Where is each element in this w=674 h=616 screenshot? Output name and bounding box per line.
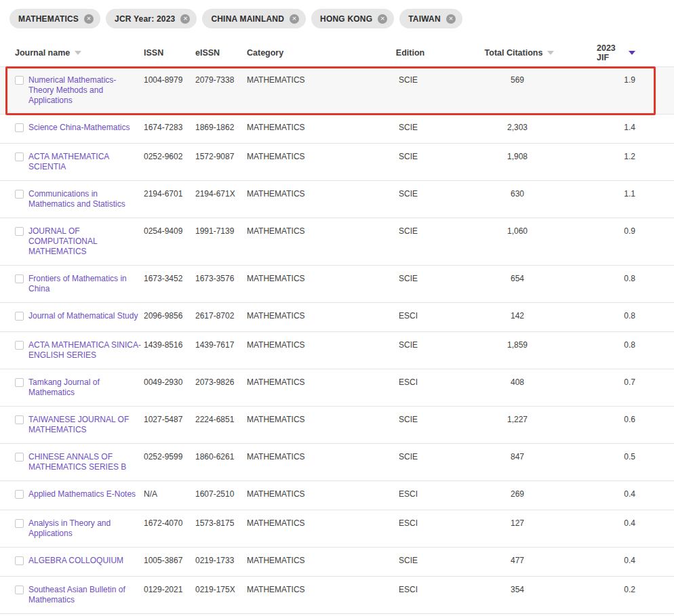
checkbox-cell [0,303,28,331]
journal-link[interactable]: ALGEBRA COLLOQUIUM [28,556,123,565]
journal-link[interactable]: Science China-Mathematics [28,123,130,132]
journal-link[interactable]: JOURNAL OF COMPUTATIONAL MATHEMATICS [28,226,97,256]
column-header-journal-name[interactable]: Journal name [0,48,144,58]
journal-link[interactable]: Applied Mathematics E-Notes [28,489,136,499]
filter-chip[interactable]: HONG KONG × [311,9,394,28]
journal-link[interactable]: Tamkang Journal of Mathematics [28,377,100,397]
journal-link[interactable]: Analysis in Theory and Applications [28,518,111,538]
eissn-cell: 1573-8175 [195,510,247,537]
remove-filter-icon[interactable]: × [84,14,94,24]
checkbox-cell [0,510,28,539]
jif-cell: 0.4 [597,548,674,574]
row-checkbox[interactable] [15,274,24,283]
checkbox-cell [0,577,28,605]
issn-cell: 1027-5487 [144,407,195,433]
jif-cell: 0.4 [597,510,674,537]
category-cell: MATHEMATICS [247,67,378,94]
row-checkbox[interactable] [15,453,24,461]
row-checkbox[interactable] [15,190,24,199]
journal-link[interactable]: Numerical Mathematics-Theory Methods and… [28,75,116,105]
jif-cell: 0.4 [597,481,674,508]
journal-link[interactable]: Communications in Mathematics and Statis… [28,189,125,209]
category-cell: MATHEMATICS [247,303,378,329]
eissn-cell: 2224-6851 [195,407,247,433]
journal-link[interactable]: ACTA MATHEMATICA SCIENTIA [28,152,109,171]
row-checkbox[interactable] [15,378,24,387]
row-checkbox[interactable] [15,227,24,236]
edition-cell: SCIE [378,218,442,245]
sort-desc-active-icon [629,51,635,55]
journal-link[interactable]: TAIWANESE JOURNAL OF MATHEMATICS [28,415,129,434]
column-label: 2023 JIF [597,43,624,62]
row-checkbox[interactable] [15,415,24,424]
category-cell: MATHEMATICS [247,407,378,433]
total-citations-cell: 127 [442,510,597,537]
checkbox-cell [0,115,28,143]
table-row: CHINESE ANNALS OF MATHEMATICS SERIES B 0… [0,444,674,481]
row-checkbox[interactable] [15,341,24,350]
row-checkbox[interactable] [15,586,24,594]
filter-chip[interactable]: CHINA MAINLAND × [202,9,306,28]
journal-link[interactable]: Journal of Mathematical Study [28,311,138,321]
checkbox-cell [0,67,28,96]
edition-cell: ESCI [378,303,442,329]
sort-desc-icon [547,51,554,55]
remove-filter-icon[interactable]: × [446,14,456,24]
row-checkbox[interactable] [15,152,24,161]
table-row: Science China-Mathematics 1674-7283 1869… [0,115,674,144]
journal-link[interactable]: ACTA MATHEMATICA SINICA-ENGLISH SERIES [28,340,141,360]
filter-chip-label: HONG KONG [320,14,372,24]
column-header-total-citations[interactable]: Total Citations [442,48,597,58]
journal-link[interactable]: CHINESE ANNALS OF MATHEMATICS SERIES B [28,452,126,472]
total-citations-cell: 354 [442,577,597,603]
row-checkbox[interactable] [15,519,24,528]
edition-cell: ESCI [378,577,442,603]
category-cell: MATHEMATICS [247,115,378,141]
eissn-cell: 2617-8702 [195,303,247,329]
table-row: ALGEBRA COLLOQUIUM 1005-3867 0219-1733 M… [0,548,674,577]
table-row: Analysis in Theory and Applications 1672… [0,510,674,548]
edition-cell: ESCI [378,369,442,396]
journal-link[interactable]: Southeast Asian Bulletin of Mathematics [28,585,125,604]
table-row: Southeast Asian Bulletin of Mathematics … [0,577,674,614]
row-checkbox[interactable] [15,490,24,499]
jif-cell: 1.2 [597,144,674,170]
journal-name-cell: CHINESE ANNALS OF MATHEMATICS SERIES B [28,444,144,480]
edition-cell: ESCI [378,481,442,508]
row-checkbox[interactable] [15,312,24,321]
table-row: TAIWANESE JOURNAL OF MATHEMATICS 1027-54… [0,407,674,444]
checkbox-cell [0,266,28,294]
journal-name-cell: Numerical Mathematics-Theory Methods and… [28,67,144,114]
checkbox-cell [0,548,28,576]
category-cell: MATHEMATICS [247,369,378,396]
remove-filter-icon[interactable]: × [290,14,299,24]
filter-chip[interactable]: TAIWAN × [399,9,462,28]
category-cell: MATHEMATICS [247,181,378,207]
total-citations-cell: 269 [442,481,597,508]
issn-cell: 0129-2021 [144,577,195,603]
journal-name-cell: ALGEBRA COLLOQUIUM [28,548,144,574]
jif-cell: 0.6 [597,407,674,433]
issn-cell: N/A [144,481,195,508]
edition-cell: ESCI [378,510,442,537]
remove-filter-icon[interactable]: × [378,14,387,24]
jif-cell: 0.5 [597,444,674,470]
total-citations-cell: 630 [442,181,597,207]
eissn-cell: 1439-7617 [195,332,247,358]
total-citations-cell: 2,303 [442,115,597,141]
jif-cell: 1.1 [597,181,674,207]
total-citations-cell: 1,859 [442,332,597,358]
column-header-2023-jif[interactable]: 2023 JIF [597,43,674,62]
row-checkbox[interactable] [15,123,24,132]
table-body: Numerical Mathematics-Theory Methods and… [0,67,674,616]
row-checkbox[interactable] [15,556,24,565]
category-cell: MATHEMATICS [247,481,378,508]
remove-filter-icon[interactable]: × [180,14,190,24]
issn-cell: 0252-9599 [144,444,195,470]
row-checkbox[interactable] [15,76,24,85]
filter-chip[interactable]: MATHEMATICS × [9,9,100,28]
filter-chip[interactable]: JCR Year: 2023 × [106,9,197,28]
journal-link[interactable]: Frontiers of Mathematics in China [28,274,127,293]
column-label: Category [247,48,283,58]
journal-name-cell: Southeast Asian Bulletin of Mathematics [28,577,144,613]
